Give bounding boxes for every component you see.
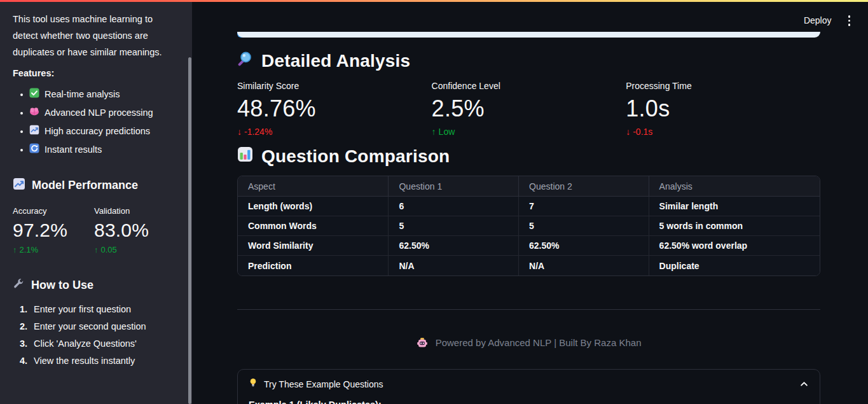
app-header: Deploy bbox=[804, 13, 853, 29]
wrench-icon bbox=[13, 277, 25, 293]
footer: Powered by Advanced NLP | Built By Raza … bbox=[237, 337, 820, 349]
feature-label: Real-time analysis bbox=[45, 89, 120, 100]
divider bbox=[237, 309, 820, 310]
sidebar-description: This tool uses machine learning to detec… bbox=[13, 11, 176, 60]
list-item: Enter your second question bbox=[30, 321, 176, 331]
check-icon bbox=[29, 88, 39, 101]
feature-label: Advanced NLP processing bbox=[45, 108, 153, 118]
table-header-cell: Question 1 bbox=[389, 176, 519, 197]
metric-value: 1.0s bbox=[626, 95, 820, 122]
table-cell: 5 words in common bbox=[649, 216, 820, 236]
table-cell: Length (words) bbox=[238, 197, 389, 216]
metric-delta: ↓ -1.24% bbox=[237, 127, 432, 137]
table-cell: Word Similarity bbox=[238, 236, 389, 256]
examples-expander: Try These Example Questions Example 1 (L… bbox=[237, 369, 820, 404]
detailed-analysis-heading: Detailed Analysis bbox=[237, 51, 410, 71]
list-item: High accuracy predictions bbox=[29, 125, 176, 137]
metric-label: Confidence Level bbox=[432, 81, 626, 91]
metric-value: 83.0% bbox=[94, 219, 176, 241]
table-cell: N/A bbox=[519, 256, 649, 275]
table-cell: 7 bbox=[519, 197, 649, 216]
how-to-use-heading: How to Use bbox=[13, 277, 176, 293]
metric-value: 2.5% bbox=[432, 95, 626, 122]
decoration-bar bbox=[0, 0, 868, 2]
metric-label: Similarity Score bbox=[237, 81, 432, 91]
up-arrow-icon: ↑ bbox=[432, 127, 436, 137]
metric-label: Processing Time bbox=[626, 81, 820, 91]
list-item: Instant results bbox=[29, 143, 176, 156]
overflow-menu-button[interactable] bbox=[846, 13, 853, 29]
table-cell: 5 bbox=[389, 216, 519, 236]
up-arrow-icon: ↑ bbox=[13, 245, 17, 254]
table-row: Word Similarity 62.50% 62.50% 62.50% wor… bbox=[238, 236, 820, 256]
metric-validation: Validation 83.0% ↑ 0.05 bbox=[94, 206, 176, 254]
chart-up-icon bbox=[29, 125, 39, 137]
deploy-button[interactable]: Deploy bbox=[804, 15, 832, 25]
table-cell: Prediction bbox=[238, 256, 389, 275]
question-comparison-heading: Question Comparison bbox=[237, 146, 450, 167]
chevron-up-icon bbox=[800, 381, 808, 387]
metric-value: 48.76% bbox=[237, 95, 432, 122]
feature-label: Instant results bbox=[45, 144, 102, 155]
metric-label: Accuracy bbox=[13, 206, 94, 216]
comparison-table: Aspect Question 1 Question 2 Analysis Le… bbox=[237, 176, 820, 276]
table-cell: Common Words bbox=[238, 216, 389, 236]
table-row: Common Words 5 5 5 words in common bbox=[238, 216, 820, 236]
feature-label: High accuracy predictions bbox=[45, 126, 150, 137]
sidebar-metrics: Accuracy 97.2% ↑ 2.1% Validation 83.0% ↑… bbox=[13, 206, 176, 254]
metric-delta: ↓ -0.1s bbox=[626, 127, 820, 137]
table-cell: 62.50% bbox=[389, 236, 519, 256]
heading-label: Model Performance bbox=[32, 179, 138, 192]
list-item: Click 'Analyze Questions' bbox=[30, 338, 176, 349]
metric-delta-value: 2.1% bbox=[20, 245, 39, 254]
footer-text: Powered by Advanced NLP | Built By Raza … bbox=[436, 337, 642, 348]
analysis-metrics-row: Similarity Score 48.76% ↓ -1.24% Confide… bbox=[237, 81, 820, 137]
metric-value: 97.2% bbox=[13, 219, 94, 241]
table-header-cell: Question 2 bbox=[519, 176, 649, 197]
expander-label: Try These Example Questions bbox=[264, 379, 383, 389]
metric-accuracy: Accuracy 97.2% ↑ 2.1% bbox=[13, 206, 94, 254]
robot-icon bbox=[417, 337, 433, 348]
metric-delta-value: -0.1s bbox=[633, 127, 652, 137]
model-performance-heading: Model Performance bbox=[13, 178, 176, 193]
bar-chart-icon bbox=[237, 146, 253, 167]
table-cell: N/A bbox=[389, 256, 519, 275]
heading-label: Question Comparison bbox=[261, 146, 450, 167]
lightbulb-icon bbox=[249, 378, 258, 390]
heading-label: Detailed Analysis bbox=[261, 51, 410, 71]
metric-label: Validation bbox=[94, 206, 176, 216]
expander-content-heading: Example 1 (Likely Duplicates): bbox=[238, 396, 820, 404]
list-item: View the results instantly bbox=[30, 356, 176, 366]
table-row: Length (words) 6 7 Similar length bbox=[238, 197, 820, 216]
magnifier-icon bbox=[237, 51, 253, 71]
down-arrow-icon: ↓ bbox=[237, 127, 242, 137]
features-heading: Features: bbox=[13, 68, 176, 78]
table-cell: 6 bbox=[389, 197, 519, 216]
features-list: Real-time analysis Advanced NLP processi… bbox=[13, 88, 176, 156]
metric-delta: ↑ 0.05 bbox=[94, 245, 176, 254]
table-row: Prediction N/A N/A Duplicate bbox=[238, 256, 820, 275]
how-to-use-steps: Enter your first question Enter your sec… bbox=[13, 304, 176, 366]
table-header-cell: Aspect bbox=[238, 176, 389, 197]
heading-label: How to Use bbox=[31, 279, 93, 292]
metric-delta: ↑ Low bbox=[432, 127, 626, 137]
banner-bottom-edge bbox=[237, 32, 820, 38]
partially-hidden-result-banner bbox=[237, 32, 820, 38]
metric-similarity-score: Similarity Score 48.76% ↓ -1.24% bbox=[237, 81, 432, 137]
list-item: Advanced NLP processing bbox=[29, 106, 176, 119]
table-cell: Duplicate bbox=[649, 256, 820, 275]
content-column: Detailed Analysis Similarity Score 48.76… bbox=[237, 0, 820, 404]
table-cell: 62.50% bbox=[519, 236, 649, 256]
refresh-icon bbox=[29, 143, 39, 156]
chart-up-icon bbox=[13, 178, 25, 193]
table-header-row: Aspect Question 1 Question 2 Analysis bbox=[238, 176, 820, 197]
main-area: Deploy Detailed Analysis Similarity Scor… bbox=[192, 0, 868, 404]
list-item: Real-time analysis bbox=[29, 88, 176, 101]
expander-header[interactable]: Try These Example Questions bbox=[238, 370, 820, 396]
table-cell: 62.50% word overlap bbox=[649, 236, 820, 256]
up-arrow-icon: ↑ bbox=[94, 245, 99, 254]
brain-icon bbox=[29, 106, 39, 119]
metric-delta: ↑ 2.1% bbox=[13, 245, 94, 254]
sidebar-scrollbar[interactable] bbox=[188, 57, 191, 404]
metric-processing-time: Processing Time 1.0s ↓ -0.1s bbox=[626, 81, 820, 137]
